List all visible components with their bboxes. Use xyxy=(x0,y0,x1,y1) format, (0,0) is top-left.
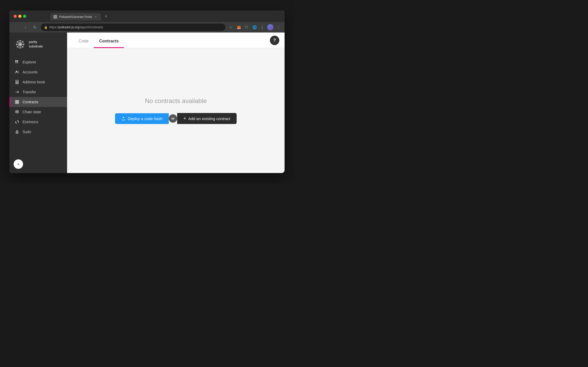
svg-rect-19 xyxy=(17,102,19,104)
svg-rect-16 xyxy=(15,100,17,102)
sidebar-item-extrinsics-label: Extrinsics xyxy=(23,120,38,124)
extrinsics-icon xyxy=(15,120,19,124)
add-icon: + xyxy=(183,116,186,121)
toolbar-icons: ☆ 🦊 🛡 🌐 | ⋮ xyxy=(228,24,281,30)
svg-rect-10 xyxy=(16,63,17,63)
refresh-button[interactable]: ↻ xyxy=(31,24,38,31)
svg-point-20 xyxy=(16,110,18,111)
svg-rect-18 xyxy=(15,102,17,104)
content-header: Code Contracts ? xyxy=(67,33,285,48)
help-button[interactable]: ? xyxy=(270,36,279,45)
or-divider: or xyxy=(169,114,177,123)
sidebar-item-address-book-label: Address book xyxy=(23,80,45,84)
svg-rect-6 xyxy=(15,60,17,62)
add-button-label: Add an existing contract xyxy=(188,116,230,121)
maximize-traffic-light[interactable] xyxy=(23,15,26,18)
new-tab-button[interactable]: + xyxy=(103,13,109,19)
sidebar: parity substrate xyxy=(9,33,67,173)
accounts-icon xyxy=(15,70,19,74)
url-protocol: https:// xyxy=(49,25,59,29)
tab-title: Polkadot/Substrate Portal xyxy=(59,15,92,18)
deploy-code-hash-button[interactable]: Deploy a code hash xyxy=(115,113,169,124)
divider: | xyxy=(259,24,265,30)
chain-state-icon xyxy=(15,110,19,114)
svg-point-12 xyxy=(16,71,17,72)
svg-rect-7 xyxy=(17,60,18,62)
sidebar-footer: « xyxy=(9,155,67,173)
empty-state-message: No contracts available xyxy=(145,97,207,105)
action-buttons: Deploy a code hash or + Add an existing … xyxy=(115,113,236,124)
url-path: /apps/#/contracts xyxy=(79,25,103,29)
extension-icon-1[interactable]: 🦊 xyxy=(236,24,242,30)
sidebar-collapse-button[interactable]: « xyxy=(14,159,23,169)
logo-brand: parity xyxy=(29,40,43,44)
add-existing-contract-button[interactable]: + Add an existing contract xyxy=(177,113,237,124)
content-tab-nav: Code Contracts xyxy=(73,33,124,48)
contracts-icon xyxy=(15,100,19,104)
sidebar-item-transfer-label: Transfer xyxy=(23,90,36,94)
tab-bar: Polkadot/Substrate Portal × + xyxy=(29,12,109,20)
sidebar-item-contracts[interactable]: Contracts xyxy=(9,97,67,107)
svg-point-13 xyxy=(18,71,19,72)
sidebar-item-sudo-label: Sudo xyxy=(23,130,31,134)
svg-point-21 xyxy=(16,112,18,113)
tab-favicon xyxy=(53,15,57,19)
svg-point-15 xyxy=(17,81,18,83)
sidebar-item-contracts-label: Contracts xyxy=(23,100,38,104)
explorer-icon xyxy=(15,60,19,64)
title-bar: Polkadot/Substrate Portal × + xyxy=(9,10,285,22)
browser-window: Polkadot/Substrate Portal × + ‹ › ↻ 🔒 ht… xyxy=(9,10,285,173)
sidebar-item-extrinsics[interactable]: Extrinsics xyxy=(9,117,67,127)
user-avatar[interactable] xyxy=(267,24,274,30)
transfer-icon xyxy=(15,90,19,94)
tab-code[interactable]: Code xyxy=(73,33,94,48)
logo-subtitle: substrate xyxy=(29,44,43,49)
logo-text: parity substrate xyxy=(29,40,43,49)
address-field[interactable]: 🔒 https://polkadot.js.org/apps/#/contrac… xyxy=(41,24,225,31)
sidebar-item-accounts-label: Accounts xyxy=(23,70,38,74)
extension-icon-2[interactable]: 🛡 xyxy=(244,24,249,30)
back-button[interactable]: ‹ xyxy=(13,24,19,31)
upload-icon xyxy=(121,116,126,121)
address-book-icon xyxy=(15,80,19,84)
close-traffic-light[interactable] xyxy=(14,15,17,18)
sidebar-item-sudo[interactable]: Sudo xyxy=(9,127,67,137)
sidebar-item-chain-state-label: Chain state xyxy=(23,110,41,114)
extension-icon-3[interactable]: 🌐 xyxy=(252,24,257,30)
svg-rect-11 xyxy=(18,63,18,63)
sidebar-item-transfer[interactable]: Transfer xyxy=(9,87,67,97)
browser-chrome: Polkadot/Substrate Portal × + ‹ › ↻ 🔒 ht… xyxy=(9,10,285,33)
traffic-lights xyxy=(14,15,26,18)
svg-rect-17 xyxy=(17,100,19,102)
sidebar-item-explorer-label: Explorer xyxy=(23,60,36,64)
minimize-traffic-light[interactable] xyxy=(18,15,21,18)
sudo-icon xyxy=(15,129,19,134)
deploy-button-label: Deploy a code hash xyxy=(128,116,162,121)
sidebar-item-chain-state[interactable]: Chain state xyxy=(9,107,67,117)
sidebar-nav: Explorer Accounts xyxy=(9,55,67,155)
tab-contracts[interactable]: Contracts xyxy=(94,33,124,48)
address-bar-row: ‹ › ↻ 🔒 https://polkadot.js.org/apps/#/c… xyxy=(9,22,285,33)
menu-icon[interactable]: ⋮ xyxy=(276,24,281,30)
tab-close-button[interactable]: × xyxy=(94,15,98,19)
svg-point-23 xyxy=(17,132,17,133)
forward-button[interactable]: › xyxy=(22,24,29,31)
content-body: No contracts available Deploy a code has… xyxy=(67,48,285,173)
sidebar-item-accounts[interactable]: Accounts xyxy=(9,67,67,77)
bookmark-icon[interactable]: ☆ xyxy=(228,24,234,30)
sidebar-logo: parity substrate xyxy=(9,33,67,55)
address-text: https://polkadot.js.org/apps/#/contracts xyxy=(49,25,103,29)
sidebar-item-address-book[interactable]: Address book xyxy=(9,77,67,87)
url-domain: polkadot.js.org xyxy=(59,25,79,29)
sidebar-item-explorer[interactable]: Explorer xyxy=(9,57,67,67)
browser-tab[interactable]: Polkadot/Substrate Portal × xyxy=(50,13,101,20)
main-content: Code Contracts ? No contracts available xyxy=(67,33,285,173)
lock-icon: 🔒 xyxy=(44,26,48,29)
app-layout: parity substrate xyxy=(9,33,285,173)
parity-logo xyxy=(15,39,26,50)
